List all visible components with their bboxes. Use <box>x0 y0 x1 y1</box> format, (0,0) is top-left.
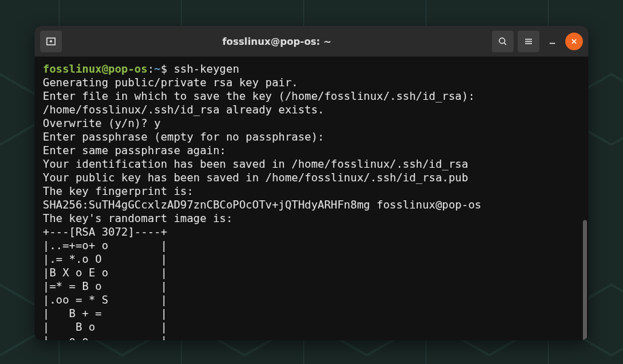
output-line: Your identification has been saved in /h… <box>43 158 468 170</box>
command-text: ssh-keygen <box>167 62 239 75</box>
svg-point-3 <box>499 38 505 43</box>
output-line: Enter passphrase (empty for no passphras… <box>43 130 324 143</box>
prompt-colon: : <box>147 62 154 75</box>
output-line: |B X o E o | <box>43 266 167 279</box>
svg-rect-6 <box>525 41 532 42</box>
search-button[interactable] <box>492 31 514 52</box>
svg-rect-7 <box>525 43 532 44</box>
prompt-symbol: $ <box>160 62 167 75</box>
menu-button[interactable] <box>518 31 539 52</box>
svg-rect-8 <box>550 43 555 44</box>
minimize-button[interactable] <box>544 33 561 50</box>
output-line: | o o | <box>43 334 167 340</box>
svg-rect-5 <box>525 39 532 40</box>
output-line: /home/fosslinux/.ssh/id_rsa already exis… <box>43 103 324 116</box>
output-line: |..=+=o+ o | <box>43 239 167 252</box>
svg-rect-2 <box>50 39 52 42</box>
output-line: | B o | <box>43 321 167 333</box>
output-line: The key fingerprint is: <box>43 185 194 198</box>
titlebar: fosslinux@pop-os: ~ <box>35 26 588 57</box>
output-line: Overwrite (y/n)? y <box>43 117 160 130</box>
close-button[interactable] <box>565 33 583 50</box>
output-line: SHA256:SuTH4gGCcxlzAD97znCBCoPOcOTv+jQTH… <box>43 198 481 211</box>
output-line: |.oo = * S | <box>43 293 167 306</box>
output-line: Generating public/private rsa key pair. <box>43 76 298 89</box>
output-line: | B + = | <box>43 307 167 320</box>
output-line: The key's randomart image is: <box>43 212 232 225</box>
output-line: +---[RSA 3072]----+ <box>43 225 167 238</box>
output-line: Enter file in which to save the key (/ho… <box>43 90 475 103</box>
output-line: |=* = B o | <box>43 280 167 293</box>
prompt-path: ~ <box>154 62 161 75</box>
terminal-window: fosslinux@pop-os: ~ fosslinux@pop-os:~$ … <box>35 26 588 340</box>
output-line: Your public key has been saved in /home/… <box>43 171 468 184</box>
terminal-body[interactable]: fosslinux@pop-os:~$ ssh-keygen Generatin… <box>35 57 588 340</box>
new-tab-button[interactable] <box>40 31 62 52</box>
scrollbar-thumb[interactable] <box>583 220 587 340</box>
window-title: fosslinux@pop-os: ~ <box>62 36 492 47</box>
prompt-user-host: fosslinux@pop-os <box>43 62 147 75</box>
output-line: |.= *.o O | <box>43 253 167 266</box>
output-line: Enter same passphrase again: <box>43 144 226 157</box>
svg-line-4 <box>504 43 506 45</box>
